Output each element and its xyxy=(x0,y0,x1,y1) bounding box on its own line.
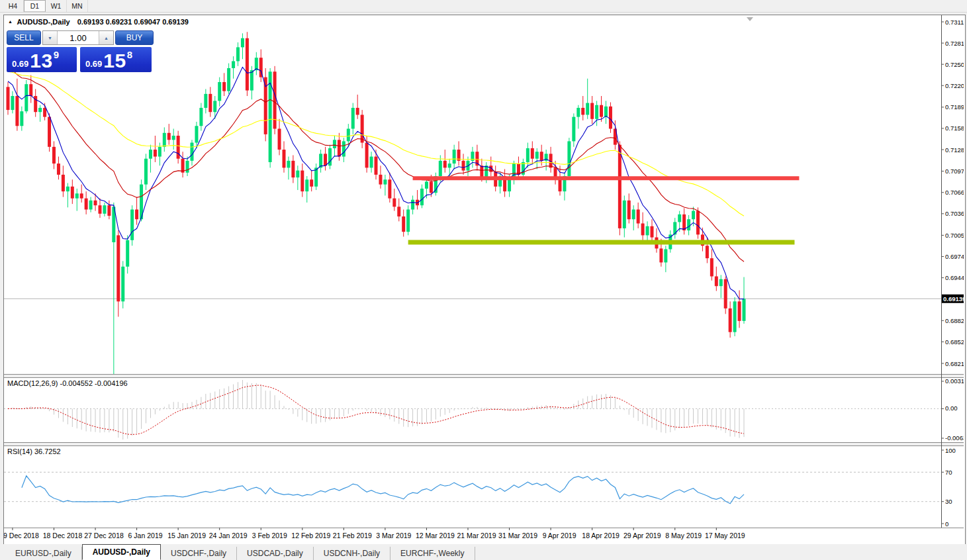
chart-tab-audusd-daily[interactable]: AUDUSD-,Daily xyxy=(82,544,161,560)
svg-text:31 Mar 2019: 31 Mar 2019 xyxy=(498,532,537,539)
lot-size-stepper: ▼ 1.00 ▲ xyxy=(42,30,114,45)
lot-size-field[interactable]: 1.00 xyxy=(58,31,99,44)
svg-text:0.73115: 0.73115 xyxy=(945,19,964,26)
svg-text:0.69745: 0.69745 xyxy=(945,253,964,260)
svg-text:0.70360: 0.70360 xyxy=(945,210,964,217)
svg-text:17 May 2019: 17 May 2019 xyxy=(705,532,745,539)
svg-text:12 Feb 2019: 12 Feb 2019 xyxy=(291,532,330,539)
chart-symbol-label: AUDUSD-,Daily xyxy=(17,18,70,26)
lot-increase-button[interactable]: ▲ xyxy=(99,31,113,44)
chart-tab-usdcnh-daily[interactable]: USDCNH-,Daily xyxy=(314,547,391,560)
svg-text:18 Dec 2018: 18 Dec 2018 xyxy=(43,532,83,539)
svg-text:27 Dec 2018: 27 Dec 2018 xyxy=(84,532,124,539)
chart-tab-bar: EURUSD-,DailyAUDUSD-,DailyUSDCHF-,DailyU… xyxy=(0,544,967,560)
timeframe-button-h4[interactable]: H4 xyxy=(3,0,24,12)
svg-text:0.68825: 0.68825 xyxy=(945,317,964,324)
timeframe-button-d1[interactable]: D1 xyxy=(24,0,46,12)
one-click-trading-panel: SELL ▼ 1.00 ▲ BUY 0.69 13 9 0.69 15 8 xyxy=(7,30,154,72)
timeframe-toolbar: H4D1W1MN xyxy=(0,0,967,13)
svg-text:0.70970: 0.70970 xyxy=(945,167,964,175)
svg-text:100: 100 xyxy=(945,447,956,454)
svg-text:0.68210: 0.68210 xyxy=(945,360,964,367)
svg-text:6 Jan 2019: 6 Jan 2019 xyxy=(128,532,163,539)
timeframe-button-w1[interactable]: W1 xyxy=(46,0,67,12)
chart-tab-usdcad-daily[interactable]: USDCAD-,Daily xyxy=(237,547,314,560)
sell-price-main: 13 xyxy=(30,53,52,70)
buy-price-pip: 8 xyxy=(127,49,132,60)
chart-ohlc-values: 0.69193 0.69231 0.69047 0.69139 xyxy=(77,18,189,26)
svg-text:70: 70 xyxy=(945,469,952,476)
svg-text:3 Mar 2019: 3 Mar 2019 xyxy=(376,532,411,539)
svg-text:0.72505: 0.72505 xyxy=(945,61,964,68)
svg-text:0.71280: 0.71280 xyxy=(945,146,964,154)
lot-decrease-button[interactable]: ▼ xyxy=(43,31,58,44)
svg-text:21 Mar 2019: 21 Mar 2019 xyxy=(457,532,496,539)
svg-text:0.70665: 0.70665 xyxy=(945,189,964,196)
svg-text:29 Apr 2019: 29 Apr 2019 xyxy=(623,532,661,539)
rsi-label: RSI(14) 36.7252 xyxy=(7,447,61,455)
svg-text:0.00: 0.00 xyxy=(945,404,958,412)
svg-text:9 Dec 2018: 9 Dec 2018 xyxy=(4,532,39,539)
svg-text:0: 0 xyxy=(945,520,948,528)
svg-text:-0.006317: -0.006317 xyxy=(945,434,964,442)
svg-text:0.72810: 0.72810 xyxy=(945,40,964,47)
svg-text:0.69139: 0.69139 xyxy=(943,295,964,303)
sell-price-pip: 9 xyxy=(54,49,59,60)
svg-text:0.003164: 0.003164 xyxy=(945,377,964,385)
svg-text:12 Mar 2019: 12 Mar 2019 xyxy=(416,532,455,539)
buy-price-prefix: 0.69 xyxy=(85,59,102,70)
timeframe-button-mn[interactable]: MN xyxy=(67,0,88,12)
chart-tab-eurusd-daily[interactable]: EURUSD-,Daily xyxy=(5,547,82,560)
svg-text:21 Feb 2019: 21 Feb 2019 xyxy=(333,532,372,539)
svg-text:0.71890: 0.71890 xyxy=(945,103,964,111)
svg-text:0.72200: 0.72200 xyxy=(945,82,964,89)
svg-text:15 Jan 2019: 15 Jan 2019 xyxy=(167,532,206,539)
chart-title: ▲ AUDUSD-,Daily 0.69193 0.69231 0.69047 … xyxy=(8,18,189,26)
buy-price-box[interactable]: 0.69 15 8 xyxy=(80,47,152,72)
svg-text:0.68520: 0.68520 xyxy=(945,338,964,346)
chart-tab-usdchf-daily[interactable]: USDCHF-,Daily xyxy=(161,547,237,560)
svg-text:18 Apr 2019: 18 Apr 2019 xyxy=(582,532,620,539)
svg-text:0.70050: 0.70050 xyxy=(945,232,964,239)
svg-text:0.71585: 0.71585 xyxy=(945,124,964,132)
svg-text:3 Feb 2019: 3 Feb 2019 xyxy=(252,532,287,539)
chart-canvas[interactable]: 0.731150.728100.725050.722000.718900.715… xyxy=(4,15,964,543)
svg-text:0.69440: 0.69440 xyxy=(945,274,964,281)
buy-button[interactable]: BUY xyxy=(115,30,154,45)
sell-price-prefix: 0.69 xyxy=(12,59,28,70)
chart-window: 0.731150.728100.725050.722000.718900.715… xyxy=(3,15,966,545)
svg-text:8 May 2019: 8 May 2019 xyxy=(665,532,702,539)
chart-tab-eurchf-weekly[interactable]: EURCHF-,Weekly xyxy=(391,547,475,560)
macd-label: MACD(12,26,9) -0.004552 -0.004196 xyxy=(7,379,128,387)
svg-text:30: 30 xyxy=(945,498,952,505)
collapse-arrow-icon[interactable]: ▲ xyxy=(8,19,13,24)
sell-button[interactable]: SELL xyxy=(7,30,41,45)
sell-price-box[interactable]: 0.69 13 9 xyxy=(7,47,77,72)
svg-text:9 Apr 2019: 9 Apr 2019 xyxy=(543,532,576,539)
svg-text:24 Jan 2019: 24 Jan 2019 xyxy=(209,532,248,539)
buy-price-main: 15 xyxy=(103,53,126,70)
